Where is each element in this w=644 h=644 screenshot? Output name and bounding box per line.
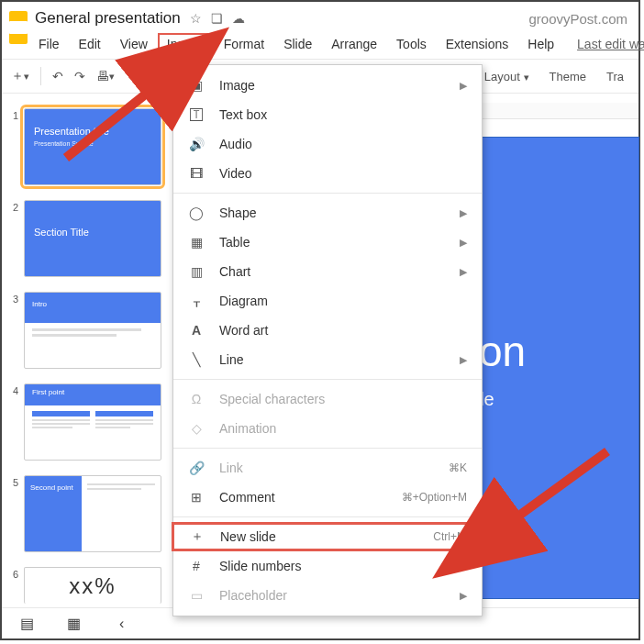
animation-icon: ◇ <box>186 421 206 436</box>
shape-icon: ◯ <box>186 205 206 220</box>
menu-item-link: 🔗Link⌘K <box>173 453 482 483</box>
cloud-icon[interactable]: ☁ <box>232 11 245 26</box>
menu-item-table[interactable]: ▦Table▶ <box>173 228 482 257</box>
omega-icon: Ω <box>186 392 206 406</box>
line-icon: ╲ <box>186 352 206 367</box>
star-icon[interactable]: ☆ <box>190 11 202 26</box>
annotation-arrow-top <box>57 75 185 171</box>
menu-item-animation: ◇Animation <box>173 414 482 443</box>
insert-menu-dropdown: ▣Image▶ 🅃Text box 🔊Audio 🎞Video ◯Shape▶ … <box>172 64 483 616</box>
menu-item-wordart[interactable]: AWord art <box>173 316 482 345</box>
table-icon: ▦ <box>186 235 206 250</box>
menu-item-audio[interactable]: 🔊Audio <box>173 129 482 159</box>
layout-button[interactable]: Layout ▾ <box>484 70 529 83</box>
video-icon: 🎞 <box>186 166 206 181</box>
comment-icon: ⊞ <box>186 490 206 505</box>
menu-item-video[interactable]: 🎞Video <box>173 159 482 188</box>
menu-view[interactable]: View <box>117 35 151 53</box>
menu-item-textbox[interactable]: 🅃Text box <box>173 100 482 129</box>
menubar: File Edit View Insert Format Slide Arran… <box>35 33 644 55</box>
plus-icon: ＋ <box>187 528 207 545</box>
slide-thumb-2[interactable]: Section Title <box>24 200 161 277</box>
theme-button[interactable]: Theme <box>550 70 586 83</box>
menu-item-image[interactable]: ▣Image▶ <box>173 71 482 100</box>
slide-panel: 1 Presentation titlePresentation Subtitl… <box>2 103 178 607</box>
menu-item-line[interactable]: ╲Line▶ <box>173 345 482 374</box>
menu-item-diagram[interactable]: ᚁDiagram <box>173 286 482 316</box>
menu-item-special-chars: ΩSpecial characters <box>173 384 482 414</box>
menu-slide[interactable]: Slide <box>280 35 316 53</box>
collapse-icon[interactable]: ‹ <box>119 616 124 632</box>
menu-extensions[interactable]: Extensions <box>442 35 512 53</box>
menu-insert[interactable]: Insert <box>158 33 208 55</box>
annotation-arrow-bottom <box>488 442 626 547</box>
wordart-icon: A <box>186 323 206 338</box>
move-folder-icon[interactable]: ❏ <box>211 11 223 26</box>
slide-thumb-3[interactable]: Intro <box>24 292 161 369</box>
slide-thumb-5[interactable]: Second point <box>24 475 161 552</box>
menu-item-chart[interactable]: ▥Chart▶ <box>173 257 482 286</box>
image-icon: ▣ <box>186 78 206 93</box>
filmstrip-view-icon[interactable]: ▤ <box>20 615 34 632</box>
menu-item-placeholder: ▭Placeholder▶ <box>173 581 482 610</box>
menu-file[interactable]: File <box>35 35 63 53</box>
menu-help[interactable]: Help <box>524 35 558 53</box>
menu-item-slide-numbers[interactable]: #Slide numbers <box>173 551 482 581</box>
menu-edit[interactable]: Edit <box>75 35 105 53</box>
svg-line-1 <box>506 451 607 525</box>
menu-item-comment[interactable]: ⊞Comment⌘+Option+M <box>173 483 482 512</box>
menu-item-new-slide[interactable]: ＋New slideCtrl+M <box>172 522 483 551</box>
chart-icon: ▥ <box>186 264 206 279</box>
textbox-icon: 🅃 <box>186 107 206 122</box>
slides-logo[interactable] <box>9 11 28 44</box>
menu-arrange[interactable]: Arrange <box>328 35 381 53</box>
svg-line-0 <box>66 84 158 158</box>
hash-icon: # <box>186 559 206 573</box>
slide-thumb-4[interactable]: First point <box>24 383 161 461</box>
slide-thumb-6[interactable]: xx% <box>24 567 161 604</box>
diagram-icon: ᚁ <box>186 294 206 308</box>
last-edit-link[interactable]: Last edit was se <box>577 37 644 51</box>
menu-item-shape[interactable]: ◯Shape▶ <box>173 198 482 228</box>
transition-button[interactable]: Tra <box>606 70 624 83</box>
link-icon: 🔗 <box>186 461 206 475</box>
new-slide-button[interactable]: ＋ ▾ <box>11 68 29 84</box>
placeholder-icon: ▭ <box>186 588 206 603</box>
menu-format[interactable]: Format <box>220 35 268 53</box>
app-frame: General presentation ☆ ❏ ☁ File Edit Vie… <box>0 0 640 640</box>
watermark: groovyPost.com <box>528 11 627 27</box>
header: General presentation ☆ ❏ ☁ File Edit Vie… <box>2 2 638 55</box>
menu-tools[interactable]: Tools <box>393 35 430 53</box>
grid-view-icon[interactable]: ▦ <box>67 615 81 632</box>
audio-icon: 🔊 <box>186 137 206 151</box>
doc-title[interactable]: General presentation <box>35 7 181 29</box>
